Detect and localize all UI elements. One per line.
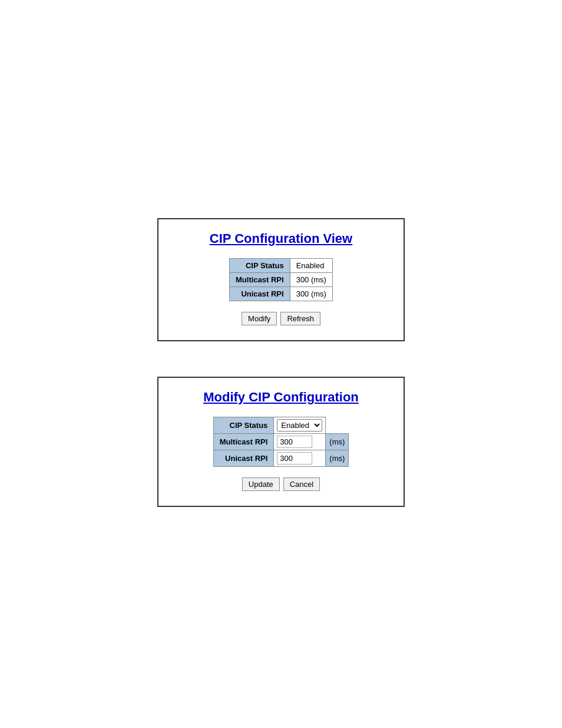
refresh-button[interactable]: Refresh	[280, 312, 320, 325]
table-row: CIP Status Enabled Disabled	[213, 417, 349, 434]
unicast-rpi-input[interactable]	[277, 452, 312, 465]
modify-button-row: Update Cancel	[242, 477, 320, 491]
table-row: Unicast RPI (ms)	[213, 450, 349, 467]
cip-status-select[interactable]: Enabled Disabled	[277, 419, 322, 431]
modify-panel-title: Modify CIP Configuration	[203, 390, 359, 405]
table-row: Unicast RPI 300 (ms)	[230, 287, 333, 301]
table-row: Multicast RPI (ms)	[213, 434, 349, 450]
multicast-rpi-input[interactable]	[277, 436, 312, 448]
multicast-rpi-label: Multicast RPI	[230, 273, 290, 287]
view-info-table: CIP Status Enabled Multicast RPI 300 (ms…	[229, 258, 333, 301]
unicast-rpi-label: Unicast RPI	[230, 287, 290, 301]
view-button-row: Modify Refresh	[242, 312, 320, 325]
cip-modify-panel: Modify CIP Configuration CIP Status Enab…	[157, 377, 405, 507]
table-row: Multicast RPI 300 (ms)	[230, 273, 333, 287]
mod-cip-status-input-cell: Enabled Disabled	[274, 417, 326, 434]
mod-unicast-rpi-input-cell	[274, 450, 326, 467]
mod-multicast-rpi-label: Multicast RPI	[213, 434, 274, 450]
unicast-rpi-unit: (ms)	[326, 450, 349, 467]
cancel-button[interactable]: Cancel	[283, 477, 320, 491]
multicast-rpi-unit: (ms)	[326, 434, 349, 450]
cip-status-value: Enabled	[290, 259, 332, 273]
modify-info-table: CIP Status Enabled Disabled Multicast RP…	[213, 417, 349, 467]
cip-view-panel: CIP Configuration View CIP Status Enable…	[157, 218, 405, 341]
cip-status-label: CIP Status	[230, 259, 290, 273]
mod-unicast-rpi-label: Unicast RPI	[213, 450, 274, 467]
update-button[interactable]: Update	[242, 477, 280, 491]
view-panel-title: CIP Configuration View	[210, 231, 352, 246]
mod-cip-status-label: CIP Status	[213, 417, 274, 434]
mod-multicast-rpi-input-cell	[274, 434, 326, 450]
unicast-rpi-value: 300 (ms)	[290, 287, 332, 301]
modify-button[interactable]: Modify	[242, 312, 277, 325]
table-row: CIP Status Enabled	[230, 259, 333, 273]
multicast-rpi-value: 300 (ms)	[290, 273, 332, 287]
